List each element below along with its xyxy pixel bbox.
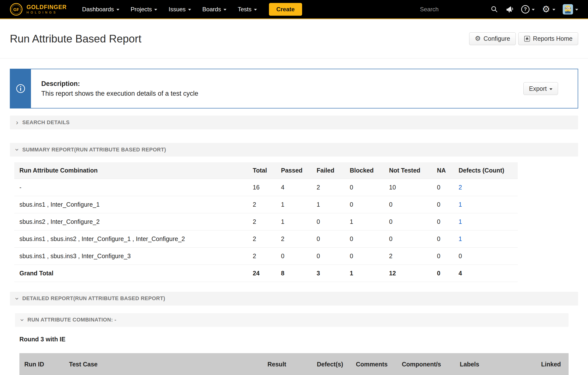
test-cycle-title: Round 3 with IE bbox=[19, 336, 578, 343]
menu-label: Boards bbox=[202, 6, 221, 13]
total-cell: 2 bbox=[248, 247, 276, 265]
table-row: sbus.ins1 , sbus.ins3 , Inter_Configure_… bbox=[14, 247, 518, 265]
not-tested-cell: 12 bbox=[384, 265, 432, 282]
na-cell: 0 bbox=[432, 196, 453, 213]
defect-count-link[interactable]: 2 bbox=[459, 184, 462, 191]
description-label: Description: bbox=[41, 80, 513, 88]
announcements-megaphone-icon[interactable] bbox=[505, 5, 514, 13]
not-tested-cell: 0 bbox=[384, 230, 432, 247]
profile-menu[interactable] bbox=[563, 4, 578, 14]
passed-cell: 1 bbox=[276, 196, 311, 213]
chevron-right-icon: › bbox=[16, 119, 18, 126]
defect-count-link[interactable]: 1 bbox=[459, 218, 462, 225]
section-label: DETAILED REPORT(RUN ATTRIBUTE BASED REPO… bbox=[22, 295, 165, 302]
detail-table-header-row: Run ID Test Case Result Defect(s) Commen… bbox=[19, 353, 569, 375]
failed-cell: 1 bbox=[311, 196, 345, 213]
menu-boards[interactable]: Boards bbox=[197, 0, 232, 19]
menu-label: Issues bbox=[168, 6, 185, 13]
passed-cell: 4 bbox=[276, 179, 311, 196]
help-icon: ? bbox=[521, 5, 530, 13]
table-row: sbus.ins2 , Inter_Configure_2 2 1 0 1 0 … bbox=[14, 213, 518, 230]
passed-cell: 8 bbox=[276, 265, 311, 282]
description-panel: Description: This report shows the execu… bbox=[10, 69, 578, 108]
section-summary-report[interactable]: › SUMMARY REPORT(RUN ATTRIBUTE BASED REP… bbox=[10, 143, 578, 157]
nav-right-cluster: ? ⚙ bbox=[420, 4, 578, 14]
menu-dashboards[interactable]: Dashboards bbox=[76, 0, 125, 19]
search-box[interactable] bbox=[420, 5, 498, 13]
export-label: Export bbox=[529, 85, 547, 92]
defects-cell: 4 bbox=[453, 265, 518, 282]
not-tested-cell: 0 bbox=[384, 196, 432, 213]
na-cell: 0 bbox=[432, 230, 453, 247]
column-header: Defects (Count) bbox=[453, 162, 518, 179]
gear-icon: ⚙ bbox=[542, 5, 550, 14]
logo-title: GOLDFINGER bbox=[27, 4, 67, 10]
menu-projects[interactable]: Projects bbox=[125, 0, 163, 19]
settings-menu[interactable]: ⚙ bbox=[542, 5, 555, 14]
column-header: Linked bbox=[541, 361, 569, 368]
column-header: Defect(s) bbox=[317, 361, 356, 368]
defect-count-link[interactable]: 1 bbox=[459, 201, 462, 208]
chevron-down-icon bbox=[549, 88, 552, 90]
page-header: Run Attribute Based Report ⚙ Configure R… bbox=[0, 19, 588, 58]
blocked-cell: 0 bbox=[345, 247, 384, 265]
configure-label: Configure bbox=[483, 35, 510, 42]
column-header: Component/s bbox=[402, 361, 460, 368]
search-input[interactable] bbox=[420, 6, 478, 13]
section-label: SUMMARY REPORT(RUN ATTRIBUTE BASED REPOR… bbox=[22, 147, 166, 153]
chevron-down-icon bbox=[154, 9, 157, 11]
passed-cell: 2 bbox=[276, 230, 311, 247]
logo-text: GOLDFINGER HOLDINGS bbox=[27, 4, 67, 14]
defect-count-link[interactable]: 1 bbox=[459, 235, 462, 242]
na-cell: 0 bbox=[432, 213, 453, 230]
page-title: Run Attribute Based Report bbox=[10, 33, 141, 45]
not-tested-cell: 0 bbox=[384, 213, 432, 230]
column-header: Failed bbox=[311, 162, 345, 179]
chevron-down-icon bbox=[552, 9, 555, 11]
total-cell: 24 bbox=[248, 265, 276, 282]
section-search-details[interactable]: › SEARCH DETAILS bbox=[10, 116, 578, 129]
passed-cell: 0 bbox=[276, 247, 311, 265]
chevron-down-icon bbox=[224, 9, 226, 11]
total-cell: 16 bbox=[248, 179, 276, 196]
menu-issues[interactable]: Issues bbox=[163, 0, 196, 19]
chevron-down-icon bbox=[116, 9, 119, 11]
blocked-cell: 0 bbox=[345, 196, 384, 213]
combination-cell: sbus.ins1 , Inter_Configure_1 bbox=[14, 196, 248, 213]
passed-cell: 1 bbox=[276, 213, 311, 230]
help-menu[interactable]: ? bbox=[521, 5, 535, 13]
user-avatar[interactable] bbox=[563, 4, 573, 14]
logo-subtitle: HOLDINGS bbox=[27, 11, 67, 14]
app-logo[interactable]: GF GOLDFINGER HOLDINGS bbox=[10, 3, 67, 16]
column-header: Result bbox=[267, 361, 317, 368]
not-tested-cell: 10 bbox=[384, 179, 432, 196]
reports-home-button[interactable]: Reports Home bbox=[518, 32, 578, 45]
menu-tests[interactable]: Tests bbox=[232, 0, 263, 19]
chevron-down-icon: › bbox=[14, 297, 21, 300]
combination-cell: sbus.ins1 , sbus.ins3 , Inter_Configure_… bbox=[14, 247, 248, 265]
search-icon[interactable] bbox=[490, 5, 498, 13]
blocked-cell: 0 bbox=[345, 179, 384, 196]
column-header: Comments bbox=[356, 361, 402, 368]
configure-button[interactable]: ⚙ Configure bbox=[469, 32, 516, 45]
na-cell: 0 bbox=[432, 179, 453, 196]
blocked-cell: 0 bbox=[345, 230, 384, 247]
column-header: Not Tested bbox=[384, 162, 432, 179]
export-button[interactable]: Export bbox=[523, 82, 558, 95]
logo-monogram: GF bbox=[13, 7, 19, 12]
create-button[interactable]: Create bbox=[269, 3, 302, 16]
na-cell: 0 bbox=[432, 265, 453, 282]
top-navigation: GF GOLDFINGER HOLDINGS Dashboards Projec… bbox=[0, 0, 588, 19]
column-header: Passed bbox=[276, 162, 311, 179]
blocked-cell: 1 bbox=[345, 265, 384, 282]
section-detailed-report[interactable]: › DETAILED REPORT(RUN ATTRIBUTE BASED RE… bbox=[10, 292, 578, 306]
combination-cell: sbus.ins2 , Inter_Configure_2 bbox=[14, 213, 248, 230]
chevron-down-icon bbox=[254, 9, 257, 11]
section-run-attribute-combination[interactable]: › RUN ATTRIBUTE COMBINATION: - bbox=[15, 313, 569, 327]
grand-total-row: Grand Total 24 8 3 1 12 0 4 bbox=[14, 265, 518, 282]
home-icon bbox=[524, 36, 530, 42]
header-buttons: ⚙ Configure Reports Home bbox=[469, 32, 578, 45]
main-menu: Dashboards Projects Issues Boards Tests bbox=[76, 0, 263, 19]
column-header: Run ID bbox=[24, 361, 69, 368]
column-header: NA bbox=[432, 162, 453, 179]
